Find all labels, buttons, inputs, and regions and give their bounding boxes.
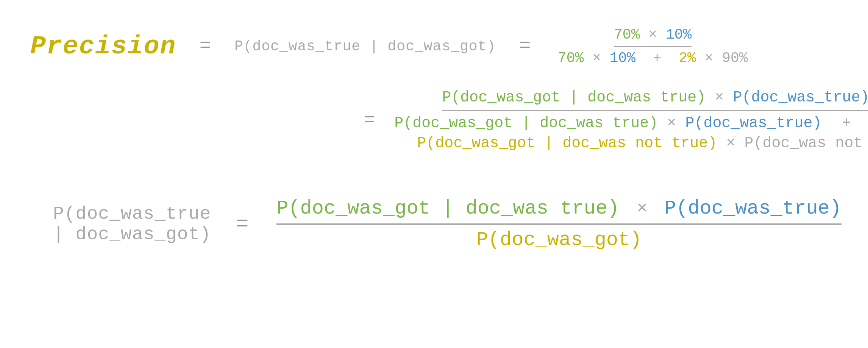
den-green1: 70%: [558, 50, 584, 66]
den2-times2: × P(doc_was not true): [726, 135, 868, 152]
num2-times: ×: [715, 89, 733, 106]
bayes-num-blue: P(doc_was_true): [664, 197, 841, 220]
fraction2-numerator: P(doc_was_got | doc_was true) × P(doc_wa…: [442, 89, 868, 111]
den2-green: P(doc_was_got | doc_was true): [394, 115, 658, 132]
eq3: =: [364, 109, 375, 132]
den2-blue: P(doc_was_true): [685, 115, 821, 132]
bayes-times: ×: [637, 198, 659, 219]
fraction2-denominator: P(doc_was_got | doc_was true) × P(doc_wa…: [394, 111, 868, 152]
bayes-denominator: P(doc_was_got): [476, 225, 642, 251]
num2-green: P(doc_was_got | doc_was true): [442, 89, 706, 106]
den2-times1: ×: [667, 115, 685, 132]
bayes-lhs: P(doc_was_true | doc_was_got): [53, 204, 212, 245]
bayes-numerator: P(doc_was_got | doc_was true) × P(doc_wa…: [276, 197, 841, 225]
den-gray1a: ×: [592, 50, 610, 66]
denom2-line2: P(doc_was_got | doc_was not true) × P(do…: [394, 135, 868, 152]
fraction1: 70% × 10% 70% × 10% + 2% × 90%: [558, 27, 748, 66]
fraction2: P(doc_was_got | doc_was true) × P(doc_wa…: [394, 89, 868, 152]
num-green1: 70%: [614, 27, 640, 43]
den-gray1b: × 90%: [705, 50, 748, 66]
precision-label: Precision: [30, 32, 176, 61]
den2-plus: +: [842, 115, 851, 132]
num2-blue: P(doc_was_true): [733, 89, 868, 106]
den-gold1: 2%: [679, 50, 696, 66]
den-blue1: 10%: [610, 50, 635, 66]
row3-bayes-theorem: P(doc_was_true | doc_was_got) = P(doc_wa…: [53, 197, 845, 251]
row1-precision: Precision = P(doc_was_true | doc_was_got…: [30, 27, 845, 66]
fraction1-numerator: 70% × 10%: [614, 27, 692, 47]
bayes-num-green: P(doc_was_got | doc_was true): [276, 197, 619, 220]
eq2: =: [507, 35, 543, 58]
num-blue1: 10%: [666, 27, 692, 43]
bayes-den-gold: P(doc_was_got): [476, 229, 642, 251]
fraction1-denominator: 70% × 10% + 2% × 90%: [558, 47, 748, 66]
eq1: =: [187, 35, 223, 58]
den-plus1: +: [644, 50, 679, 66]
denom2-line1: P(doc_was_got | doc_was true) × P(doc_wa…: [394, 115, 868, 132]
row2-bayes-expanded: = P(doc_was_got | doc_was true) × P(doc_…: [352, 89, 845, 152]
prob-conditional: P(doc_was_true | doc_was_got): [234, 38, 496, 55]
bayes-fraction: P(doc_was_got | doc_was true) × P(doc_wa…: [276, 197, 841, 251]
bayes-eq: =: [223, 212, 261, 236]
den2-gold: P(doc_was_got | doc_was not true): [417, 135, 717, 152]
num-gray1: ×: [648, 27, 666, 43]
